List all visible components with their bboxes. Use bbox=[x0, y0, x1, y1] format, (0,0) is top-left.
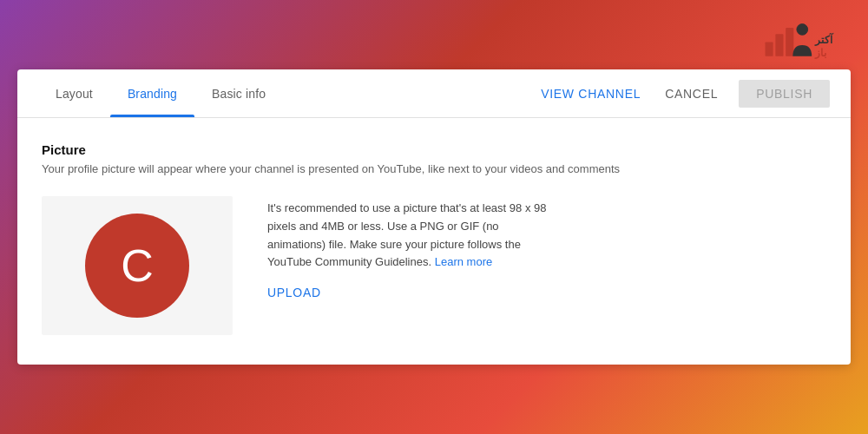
main-card: Layout Branding Basic info VIEW CHANNEL … bbox=[17, 69, 851, 365]
picture-info: It's recommended to use a picture that's… bbox=[267, 196, 546, 299]
tab-basic-info[interactable]: Basic info bbox=[194, 69, 283, 117]
picture-description: It's recommended to use a picture that's… bbox=[267, 200, 546, 272]
section-title: Picture bbox=[42, 142, 826, 157]
learn-more-link[interactable]: Learn more bbox=[435, 255, 492, 268]
tab-layout[interactable]: Layout bbox=[38, 69, 110, 117]
picture-row: C It's recommended to use a picture that… bbox=[42, 196, 826, 335]
view-channel-button[interactable]: VIEW CHANNEL bbox=[537, 80, 644, 108]
tab-layout-label: Layout bbox=[56, 87, 93, 101]
svg-text:آکتر: آکتر bbox=[814, 32, 834, 46]
svg-rect-1 bbox=[775, 34, 783, 56]
svg-rect-0 bbox=[766, 42, 773, 56]
avatar: C bbox=[85, 214, 189, 318]
desc-line2: pixels and 4MB or less. Use a PNG or GIF… bbox=[267, 220, 499, 233]
logo-area: آکتر باز bbox=[757, 16, 852, 68]
tab-basic-info-label: Basic info bbox=[212, 87, 266, 101]
nav-tabs: Layout Branding Basic info bbox=[38, 69, 537, 117]
card-body: Picture Your profile picture will appear… bbox=[17, 118, 851, 359]
card-header: Layout Branding Basic info VIEW CHANNEL … bbox=[17, 69, 851, 118]
desc-line1: It's recommended to use a picture that's… bbox=[267, 201, 546, 214]
avatar-container: C bbox=[42, 196, 233, 335]
tab-branding[interactable]: Branding bbox=[110, 69, 194, 117]
desc-line3: animations) file. Make sure your picture… bbox=[267, 238, 521, 251]
cancel-button[interactable]: CANCEL bbox=[658, 80, 725, 108]
logo-icon: آکتر باز bbox=[761, 20, 848, 63]
svg-text:باز: باز bbox=[814, 47, 826, 59]
tab-branding-label: Branding bbox=[128, 87, 177, 101]
desc-line4: YouTube Community Guidelines. bbox=[267, 255, 431, 268]
avatar-letter: C bbox=[121, 240, 154, 292]
svg-rect-2 bbox=[786, 28, 793, 56]
header-actions: VIEW CHANNEL CANCEL PUBLISH bbox=[537, 80, 830, 108]
publish-button[interactable]: PUBLISH bbox=[739, 80, 830, 108]
section-subtitle: Your profile picture will appear where y… bbox=[42, 162, 826, 175]
svg-point-3 bbox=[797, 24, 808, 36]
upload-button[interactable]: UPLOAD bbox=[267, 286, 321, 299]
